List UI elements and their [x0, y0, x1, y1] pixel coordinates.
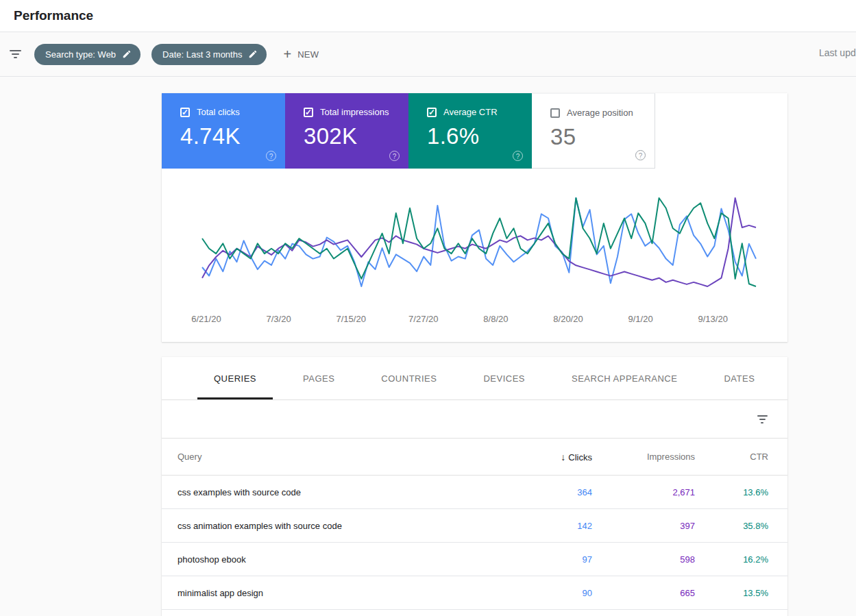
query-cell[interactable]: css examples with source code — [178, 487, 527, 497]
x-tick-label: 9/13/20 — [698, 314, 728, 324]
metric-value: 1.6% — [427, 123, 522, 149]
new-filter-label: NEW — [297, 49, 319, 60]
performance-chart-svg — [202, 196, 756, 288]
ctr-cell: 13.5% — [695, 588, 768, 598]
impressions-cell: 397 — [592, 521, 695, 531]
tab-countries[interactable]: COUNTRIES — [365, 357, 453, 399]
filter-bar: Search type: Web Date: Last 3 months + N… — [0, 32, 856, 77]
main-content: ✓ Total clicks 4.74K ? ✓ Total impressio… — [0, 93, 856, 616]
help-icon[interactable]: ? — [513, 151, 523, 161]
chip-date-range[interactable]: Date: Last 3 months — [151, 44, 267, 65]
performance-chart[interactable]: 6/21/207/3/207/15/207/27/208/8/208/20/20… — [162, 169, 787, 342]
chip-search-type[interactable]: Search type: Web — [34, 44, 140, 65]
clicks-cell: 90 — [527, 588, 592, 598]
table-tail — [162, 610, 787, 616]
impressions-cell: 598 — [592, 554, 695, 565]
query-cell[interactable]: minimalist app design — [178, 588, 527, 598]
dimensions-table-panel: QUERIES PAGES COUNTRIES DEVICES SEARCH A… — [162, 357, 787, 616]
metric-card-total-clicks[interactable]: ✓ Total clicks 4.74K ? — [162, 93, 285, 169]
page-title: Performance — [14, 8, 93, 23]
metric-cards-row: ✓ Total clicks 4.74K ? ✓ Total impressio… — [162, 93, 787, 169]
tab-queries[interactable]: QUERIES — [197, 357, 273, 399]
chart-line-total-impressions — [202, 198, 756, 286]
help-icon[interactable]: ? — [266, 151, 276, 161]
last-updated-text: Last upd — [819, 47, 856, 58]
metric-value: 302K — [304, 123, 399, 149]
chart-line-average-ctr — [202, 198, 756, 286]
column-header-impressions[interactable]: Impressions — [592, 452, 695, 462]
table-row[interactable]: photoshop ebook 97 598 16.2% — [162, 543, 787, 576]
table-row[interactable]: minimalist app design 90 665 13.5% — [162, 576, 787, 610]
performance-chart-panel: ✓ Total clicks 4.74K ? ✓ Total impressio… — [162, 93, 787, 342]
pencil-icon — [122, 49, 132, 59]
x-tick-label: 9/1/20 — [628, 314, 653, 324]
table-row[interactable]: css examples with source code 364 2,671 … — [162, 476, 787, 509]
ctr-cell: 16.2% — [695, 554, 768, 565]
table-filter-row — [162, 400, 787, 439]
tab-devices[interactable]: DEVICES — [467, 357, 541, 399]
pencil-icon — [248, 49, 258, 59]
checkbox-checked-icon[interactable]: ✓ — [180, 108, 190, 117]
metric-label: Average position — [567, 108, 633, 118]
checkbox-checked-icon[interactable]: ✓ — [427, 108, 437, 117]
tab-pages[interactable]: PAGES — [286, 357, 351, 399]
ctr-cell: 13.6% — [695, 487, 768, 497]
metric-card-total-impressions[interactable]: ✓ Total impressions 302K ? — [285, 93, 408, 169]
x-tick-label: 7/15/20 — [337, 314, 366, 324]
table-body: css examples with source code 364 2,671 … — [162, 476, 787, 610]
clicks-cell: 142 — [527, 521, 592, 531]
plus-icon: + — [283, 47, 291, 61]
new-filter-button[interactable]: + NEW — [283, 47, 319, 61]
clicks-cell: 97 — [527, 554, 592, 565]
help-icon[interactable]: ? — [635, 150, 646, 160]
help-icon[interactable]: ? — [389, 151, 400, 161]
metric-label: Total impressions — [320, 107, 389, 117]
sort-descending-icon: ↓ — [561, 452, 565, 463]
chart-x-axis: 6/21/207/3/207/15/207/27/208/8/208/20/20… — [202, 314, 756, 328]
impressions-cell: 2,671 — [592, 487, 695, 497]
filter-list-icon[interactable] — [7, 46, 23, 62]
ctr-cell: 35.8% — [695, 521, 768, 531]
x-tick-label: 7/27/20 — [408, 314, 438, 324]
impressions-cell: 665 — [592, 588, 695, 598]
metric-label: Average CTR — [443, 107, 498, 117]
table-header: Query ↓Clicks Impressions CTR — [162, 439, 787, 476]
metric-label: Total clicks — [197, 107, 240, 117]
x-tick-label: 6/21/20 — [191, 314, 221, 324]
x-tick-label: 8/20/20 — [553, 314, 583, 324]
metric-value: 4.74K — [180, 123, 276, 149]
checkbox-checked-icon[interactable]: ✓ — [304, 108, 313, 117]
column-header-query[interactable]: Query — [178, 452, 527, 462]
query-cell[interactable]: photoshop ebook — [178, 554, 527, 565]
column-header-ctr[interactable]: CTR — [695, 452, 768, 462]
column-header-clicks[interactable]: ↓Clicks — [527, 452, 592, 463]
metric-card-average-ctr[interactable]: ✓ Average CTR 1.6% ? — [408, 93, 532, 169]
dimension-tabs: QUERIES PAGES COUNTRIES DEVICES SEARCH A… — [162, 357, 787, 400]
chart-line-total-clicks — [202, 198, 756, 286]
tab-dates[interactable]: DATES — [707, 357, 771, 399]
table-row[interactable]: css animation examples with source code … — [162, 509, 787, 543]
metric-card-average-position[interactable]: Average position 35 ? — [532, 93, 655, 169]
chip-search-type-label: Search type: Web — [45, 49, 116, 60]
table-filter-icon[interactable] — [755, 412, 769, 426]
app-header: Performance — [0, 0, 856, 32]
query-cell[interactable]: css animation examples with source code — [178, 521, 527, 531]
x-tick-label: 8/8/20 — [483, 314, 508, 324]
checkbox-unchecked-icon[interactable] — [550, 108, 560, 118]
metric-value: 35 — [550, 124, 645, 150]
clicks-cell: 364 — [527, 487, 592, 497]
tab-search-appearance[interactable]: SEARCH APPEARANCE — [555, 357, 694, 399]
chip-date-range-label: Date: Last 3 months — [162, 49, 242, 60]
x-tick-label: 7/3/20 — [267, 314, 291, 324]
